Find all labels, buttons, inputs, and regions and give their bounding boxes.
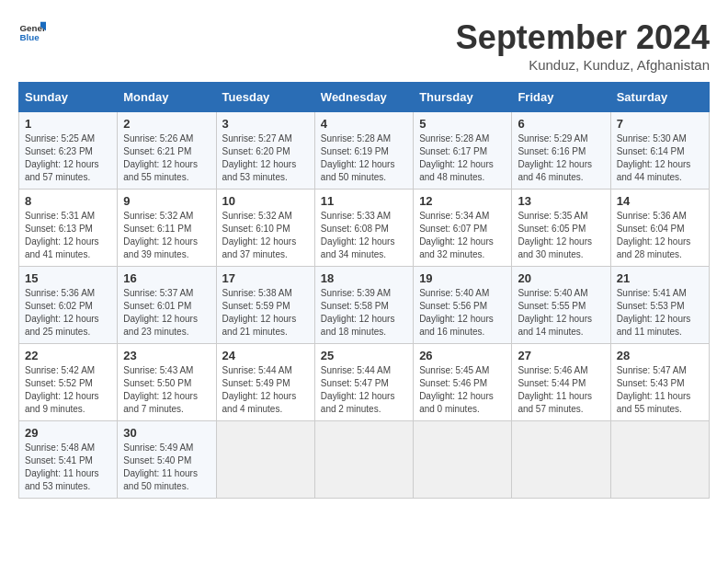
calendar-cell: 22Sunrise: 5:42 AMSunset: 5:52 PMDayligh…: [19, 344, 118, 421]
day-info: Sunrise: 5:26 AMSunset: 6:21 PMDaylight:…: [123, 132, 210, 184]
day-number: 10: [222, 194, 309, 208]
day-info: Sunrise: 5:30 AMSunset: 6:14 PMDaylight:…: [617, 132, 703, 184]
calendar-table: SundayMondayTuesdayWednesdayThursdayFrid…: [18, 82, 710, 499]
day-number: 15: [25, 271, 111, 285]
calendar-cell: 3Sunrise: 5:27 AMSunset: 6:20 PMDaylight…: [216, 112, 314, 190]
calendar-cell: 13Sunrise: 5:35 AMSunset: 6:05 PMDayligh…: [512, 190, 610, 267]
column-header-friday: Friday: [512, 83, 610, 112]
calendar-cell: 6Sunrise: 5:29 AMSunset: 6:16 PMDaylight…: [512, 112, 610, 190]
calendar-week-row: 29Sunrise: 5:48 AMSunset: 5:41 PMDayligh…: [19, 421, 710, 499]
day-info: Sunrise: 5:39 AMSunset: 5:58 PMDaylight:…: [321, 287, 407, 339]
calendar-cell: 5Sunrise: 5:28 AMSunset: 6:17 PMDaylight…: [414, 112, 512, 190]
day-info: Sunrise: 5:45 AMSunset: 5:46 PMDaylight:…: [419, 364, 506, 416]
calendar-cell: [216, 421, 314, 499]
column-header-sunday: Sunday: [19, 83, 118, 112]
logo-icon: General Blue: [18, 18, 46, 46]
day-number: 22: [25, 349, 111, 362]
calendar-cell: 9Sunrise: 5:32 AMSunset: 6:11 PMDaylight…: [118, 190, 216, 267]
calendar-cell: 23Sunrise: 5:43 AMSunset: 5:50 PMDayligh…: [118, 344, 216, 421]
svg-text:Blue: Blue: [20, 32, 40, 42]
calendar-cell: 17Sunrise: 5:38 AMSunset: 5:59 PMDayligh…: [216, 267, 314, 344]
day-number: 12: [419, 194, 506, 208]
calendar-cell: 7Sunrise: 5:30 AMSunset: 6:14 PMDaylight…: [610, 112, 709, 190]
day-number: 24: [222, 349, 309, 362]
calendar-cell: 28Sunrise: 5:47 AMSunset: 5:43 PMDayligh…: [610, 344, 709, 421]
calendar-cell: 26Sunrise: 5:45 AMSunset: 5:46 PMDayligh…: [414, 344, 512, 421]
day-info: Sunrise: 5:25 AMSunset: 6:23 PMDaylight:…: [25, 132, 111, 184]
day-number: 28: [617, 349, 703, 362]
column-header-monday: Monday: [118, 83, 216, 112]
day-number: 8: [25, 194, 111, 208]
day-number: 25: [321, 349, 407, 362]
column-header-thursday: Thursday: [414, 83, 512, 112]
day-info: Sunrise: 5:40 AMSunset: 5:55 PMDaylight:…: [518, 287, 604, 339]
day-info: Sunrise: 5:47 AMSunset: 5:43 PMDaylight:…: [617, 364, 703, 416]
title-area: September 2024 Kunduz, Kunduz, Afghanist…: [456, 18, 710, 73]
day-number: 21: [617, 271, 703, 285]
calendar-cell: 19Sunrise: 5:40 AMSunset: 5:56 PMDayligh…: [414, 267, 512, 344]
column-header-saturday: Saturday: [610, 83, 709, 112]
calendar-week-row: 15Sunrise: 5:36 AMSunset: 6:02 PMDayligh…: [19, 267, 710, 344]
calendar-header-row: SundayMondayTuesdayWednesdayThursdayFrid…: [19, 83, 710, 112]
day-number: 13: [518, 194, 604, 208]
calendar-cell: 14Sunrise: 5:36 AMSunset: 6:04 PMDayligh…: [610, 190, 709, 267]
day-number: 29: [25, 426, 111, 440]
day-info: Sunrise: 5:28 AMSunset: 6:19 PMDaylight:…: [321, 132, 407, 184]
calendar-cell: 24Sunrise: 5:44 AMSunset: 5:49 PMDayligh…: [216, 344, 314, 421]
day-number: 5: [419, 117, 506, 131]
day-number: 18: [321, 271, 407, 285]
day-info: Sunrise: 5:36 AMSunset: 6:04 PMDaylight:…: [617, 210, 703, 261]
day-info: Sunrise: 5:28 AMSunset: 6:17 PMDaylight:…: [419, 132, 506, 184]
calendar-cell: 20Sunrise: 5:40 AMSunset: 5:55 PMDayligh…: [512, 267, 610, 344]
calendar-cell: [414, 421, 512, 499]
calendar-cell: 21Sunrise: 5:41 AMSunset: 5:53 PMDayligh…: [610, 267, 709, 344]
calendar-cell: 2Sunrise: 5:26 AMSunset: 6:21 PMDaylight…: [118, 112, 216, 190]
day-number: 6: [518, 117, 604, 131]
calendar-cell: [610, 421, 709, 499]
day-number: 14: [617, 194, 703, 208]
day-number: 1: [25, 117, 111, 131]
calendar-cell: 12Sunrise: 5:34 AMSunset: 6:07 PMDayligh…: [414, 190, 512, 267]
day-number: 19: [419, 271, 506, 285]
day-number: 27: [518, 349, 604, 362]
day-info: Sunrise: 5:49 AMSunset: 5:40 PMDaylight:…: [123, 442, 210, 493]
month-title: September 2024: [456, 18, 710, 57]
day-number: 23: [123, 349, 210, 362]
day-info: Sunrise: 5:34 AMSunset: 6:07 PMDaylight:…: [419, 210, 506, 261]
calendar-cell: 11Sunrise: 5:33 AMSunset: 6:08 PMDayligh…: [314, 190, 413, 267]
day-number: 7: [617, 117, 703, 131]
page-header: General Blue September 2024 Kunduz, Kund…: [18, 18, 710, 73]
calendar-cell: 25Sunrise: 5:44 AMSunset: 5:47 PMDayligh…: [314, 344, 413, 421]
day-info: Sunrise: 5:38 AMSunset: 5:59 PMDaylight:…: [222, 287, 309, 339]
calendar-cell: 10Sunrise: 5:32 AMSunset: 6:10 PMDayligh…: [216, 190, 314, 267]
day-info: Sunrise: 5:44 AMSunset: 5:47 PMDaylight:…: [321, 364, 407, 416]
day-info: Sunrise: 5:35 AMSunset: 6:05 PMDaylight:…: [518, 210, 604, 261]
calendar-cell: 1Sunrise: 5:25 AMSunset: 6:23 PMDaylight…: [19, 112, 118, 190]
calendar-cell: 30Sunrise: 5:49 AMSunset: 5:40 PMDayligh…: [118, 421, 216, 499]
calendar-cell: 27Sunrise: 5:46 AMSunset: 5:44 PMDayligh…: [512, 344, 610, 421]
day-info: Sunrise: 5:46 AMSunset: 5:44 PMDaylight:…: [518, 364, 604, 416]
day-number: 2: [123, 117, 210, 131]
calendar-week-row: 8Sunrise: 5:31 AMSunset: 6:13 PMDaylight…: [19, 190, 710, 267]
day-info: Sunrise: 5:43 AMSunset: 5:50 PMDaylight:…: [123, 364, 210, 416]
calendar-cell: 8Sunrise: 5:31 AMSunset: 6:13 PMDaylight…: [19, 190, 118, 267]
day-number: 30: [123, 426, 210, 440]
day-number: 20: [518, 271, 604, 285]
day-number: 16: [123, 271, 210, 285]
calendar-cell: 4Sunrise: 5:28 AMSunset: 6:19 PMDaylight…: [314, 112, 413, 190]
calendar-cell: 29Sunrise: 5:48 AMSunset: 5:41 PMDayligh…: [19, 421, 118, 499]
day-info: Sunrise: 5:41 AMSunset: 5:53 PMDaylight:…: [617, 287, 703, 339]
day-info: Sunrise: 5:48 AMSunset: 5:41 PMDaylight:…: [25, 442, 111, 493]
calendar-cell: 18Sunrise: 5:39 AMSunset: 5:58 PMDayligh…: [314, 267, 413, 344]
logo: General Blue: [18, 18, 46, 46]
column-header-tuesday: Tuesday: [216, 83, 314, 112]
calendar-cell: 16Sunrise: 5:37 AMSunset: 6:01 PMDayligh…: [118, 267, 216, 344]
day-info: Sunrise: 5:29 AMSunset: 6:16 PMDaylight:…: [518, 132, 604, 184]
day-info: Sunrise: 5:32 AMSunset: 6:11 PMDaylight:…: [123, 210, 210, 261]
day-number: 11: [321, 194, 407, 208]
location-subtitle: Kunduz, Kunduz, Afghanistan: [456, 57, 710, 73]
day-info: Sunrise: 5:42 AMSunset: 5:52 PMDaylight:…: [25, 364, 111, 416]
day-info: Sunrise: 5:44 AMSunset: 5:49 PMDaylight:…: [222, 364, 309, 416]
day-info: Sunrise: 5:27 AMSunset: 6:20 PMDaylight:…: [222, 132, 309, 184]
calendar-week-row: 1Sunrise: 5:25 AMSunset: 6:23 PMDaylight…: [19, 112, 710, 190]
